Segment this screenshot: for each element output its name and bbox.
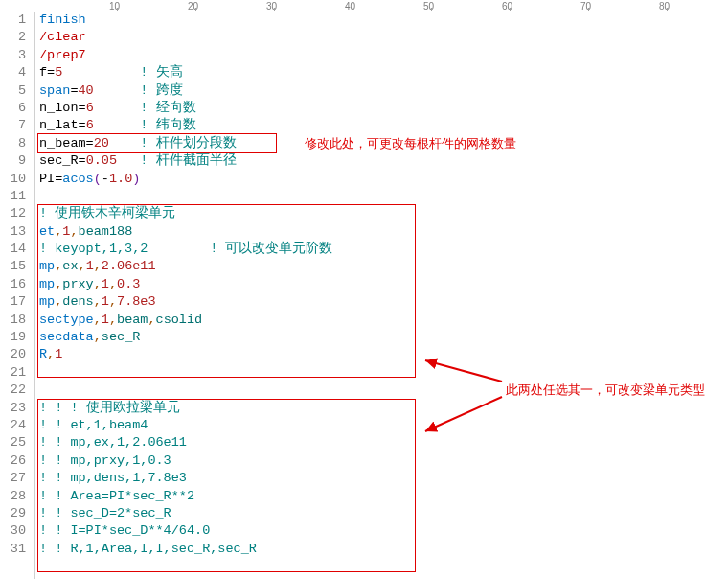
code-line[interactable]: ! ! Area=PI*sec_R**2 — [39, 488, 728, 505]
code-line[interactable]: ! ! mp,dens,1,7.8e3 — [39, 470, 728, 487]
token: sectype — [39, 313, 94, 327]
line-number: 20 — [0, 346, 26, 363]
code-line[interactable] — [39, 188, 728, 205]
code-line[interactable]: ! ! I=PI*sec_D**4/64.0 — [39, 522, 728, 540]
token: csolid — [156, 313, 203, 327]
line-number: 8 — [0, 135, 26, 152]
token: ! 杆件划分段数 — [140, 136, 236, 151]
code-line[interactable]: span=40 ! 跨度 — [39, 82, 728, 100]
code-line[interactable] — [39, 364, 728, 382]
token: dens — [62, 294, 93, 309]
token: = — [86, 136, 94, 151]
token: = — [79, 101, 86, 115]
token: 0.3 — [117, 277, 140, 291]
code-line[interactable]: ! ! ! 使用欧拉梁单元 — [39, 400, 728, 417]
token: acos — [62, 172, 93, 186]
line-number: 18 — [0, 312, 26, 329]
code-line[interactable]: PI=acos(-1.0) — [39, 171, 728, 188]
token: 7.8e3 — [117, 294, 156, 309]
token: /prep7 — [39, 48, 86, 62]
code-line[interactable]: /prep7 — [39, 47, 728, 64]
code-lines[interactable]: finish/clear/prep7f=5 ! 矢高span=40 ! 跨度n_… — [34, 12, 728, 579]
token: = — [79, 153, 86, 168]
arrow-to-box3 — [416, 393, 507, 437]
line-number: 29 — [0, 505, 26, 522]
token: et — [39, 224, 55, 239]
ruler-label: 60 — [502, 0, 512, 15]
token: ! 经向数 — [140, 101, 195, 115]
ruler-label: 30 — [266, 0, 277, 15]
token: 1 — [102, 277, 109, 291]
line-number: 23 — [0, 400, 26, 417]
code-line[interactable]: mp,prxy,1,0.3 — [39, 276, 728, 293]
token — [109, 136, 140, 151]
token: mp — [39, 277, 55, 291]
token: ! ! mp,prxy,1,0.3 — [39, 453, 171, 468]
token: 0.05 — [86, 153, 117, 168]
code-line[interactable]: n_lon=6 ! 经向数 — [39, 100, 728, 117]
token: 20 — [94, 136, 109, 151]
token: , — [70, 224, 78, 239]
token: - — [102, 172, 109, 186]
code-line[interactable]: ! keyopt,1,3,2 ! 可以改变单元阶数 — [39, 241, 728, 258]
code-line[interactable]: ! 使用铁木辛柯梁单元 — [39, 205, 728, 222]
code-line[interactable]: finish — [39, 12, 728, 29]
code-line[interactable]: n_lat=6 ! 纬向数 — [39, 117, 728, 134]
line-number: 25 — [0, 434, 26, 452]
token: 1.0 — [109, 172, 132, 186]
code-line[interactable]: ! ! R,1,Area,I,I,sec_R,sec_R — [39, 541, 728, 558]
svg-line-0 — [425, 360, 502, 382]
code-line[interactable]: ! ! et,1,beam4 — [39, 417, 728, 434]
token: , — [109, 294, 117, 309]
line-number: 19 — [0, 329, 26, 346]
token: ! ! ! 使用欧拉梁单元 — [39, 401, 180, 415]
token: secdata — [39, 330, 94, 344]
code-line[interactable]: mp,ex,1,2.06e11 — [39, 258, 728, 275]
ruler-label: 80 — [659, 0, 670, 15]
code-line[interactable]: R,1 — [39, 346, 728, 363]
token: span — [39, 83, 70, 98]
line-number: 3 — [0, 47, 26, 64]
token — [94, 83, 141, 98]
line-number: 2 — [0, 29, 26, 46]
code-line[interactable]: et,1,beam188 — [39, 223, 728, 241]
token: mp — [39, 294, 55, 309]
token: n_beam — [39, 136, 86, 151]
token: , — [94, 294, 102, 309]
line-number: 31 — [0, 541, 26, 558]
token: 2.06e11 — [102, 259, 156, 273]
code-line[interactable]: sectype,1,beam,csolid — [39, 312, 728, 329]
token: ! 矢高 — [140, 65, 182, 80]
token: mp — [39, 259, 55, 273]
arrow-to-box2 — [416, 355, 507, 383]
token — [94, 118, 141, 132]
token: = — [79, 118, 86, 132]
token: = — [47, 65, 55, 80]
ruler-label: 20 — [188, 0, 198, 15]
code-line[interactable]: mp,dens,1,7.8e3 — [39, 293, 728, 311]
line-number: 30 — [0, 522, 26, 540]
token: ( — [94, 172, 102, 186]
token: ! 杆件截面半径 — [140, 153, 236, 168]
line-number: 13 — [0, 223, 26, 241]
code-line[interactable]: ! ! mp,prxy,1,0.3 — [39, 452, 728, 470]
code-line[interactable]: secdata,sec_R — [39, 329, 728, 346]
line-number: 26 — [0, 452, 26, 470]
token: ! 使用铁木辛柯梁单元 — [39, 206, 175, 220]
token: , — [148, 313, 155, 327]
line-number: 7 — [0, 117, 26, 134]
token: f — [39, 65, 47, 80]
token: 1 — [102, 313, 109, 327]
code-line[interactable]: ! ! sec_D=2*sec_R — [39, 505, 728, 522]
svg-line-1 — [425, 397, 502, 431]
line-number: 4 — [0, 64, 26, 81]
token: ! ! et,1,beam4 — [39, 418, 148, 432]
code-line[interactable]: f=5 ! 矢高 — [39, 64, 728, 81]
token: ! ! I=PI*sec_D**4/64.0 — [39, 523, 210, 538]
line-number: 12 — [0, 205, 26, 222]
token: ex — [62, 259, 78, 273]
code-line[interactable]: /clear — [39, 29, 728, 46]
code-line[interactable]: ! ! mp,ex,1,2.06e11 — [39, 434, 728, 452]
code-line[interactable]: sec_R=0.05 ! 杆件截面半径 — [39, 152, 728, 170]
code-area: 1234567891011121314151617181920212223242… — [0, 12, 728, 579]
